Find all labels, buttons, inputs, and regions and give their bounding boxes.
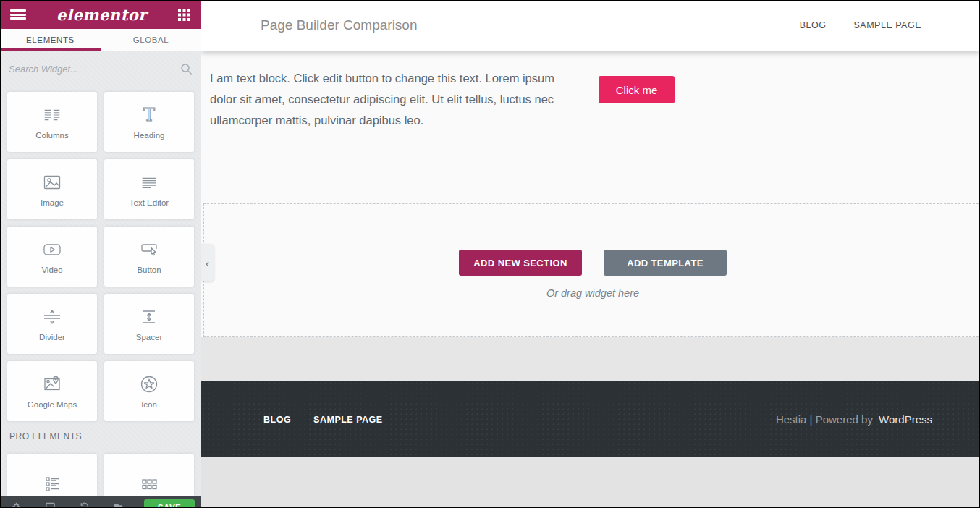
widget-label: Text Editor	[130, 198, 169, 207]
elementor-logo: elementor	[56, 6, 147, 24]
icon-star-icon	[138, 373, 160, 395]
page-background	[201, 457, 980, 508]
credit-wordpress-link[interactable]: WordPress	[879, 413, 932, 426]
pro-elements-label: PRO ELEMENTS	[9, 431, 82, 441]
click-me-button[interactable]: Click me	[599, 76, 675, 103]
drag-widget-hint: Or drag widget here	[204, 287, 980, 299]
widget-card-text-editor[interactable]: Text Editor	[104, 159, 194, 219]
panel-tabs: ELEMENTS GLOBAL	[0, 29, 201, 51]
widget-card-button[interactable]: Button	[104, 227, 194, 287]
google-maps-icon	[41, 373, 63, 395]
button-icon	[138, 239, 160, 261]
widget-card-image[interactable]: Image	[7, 159, 97, 219]
heading-icon: T	[138, 104, 160, 126]
widget-label: Button	[137, 266, 161, 274]
widget-card-icon[interactable]: Icon	[104, 361, 194, 421]
columns-icon	[42, 104, 62, 126]
footer-link-blog[interactable]: BLOG	[263, 415, 291, 425]
footer-link-sample-page[interactable]: SAMPLE PAGE	[313, 415, 383, 425]
chevron-left-icon: ‹	[206, 258, 209, 268]
site-nav: BLOG SAMPLE PAGE	[800, 20, 921, 30]
widget-label: Google Maps	[28, 400, 77, 409]
widget-label: Columns	[35, 131, 68, 140]
widget-label: Divider	[39, 333, 65, 342]
widget-card-heading[interactable]: T Heading	[104, 92, 194, 152]
portfolio-icon	[138, 473, 160, 495]
elementor-editor: elementor ELEMENTS GLOBAL	[0, 0, 980, 508]
folder-icon[interactable]	[112, 500, 124, 508]
section-gap	[201, 337, 980, 381]
tab-global-label: GLOBAL	[133, 35, 169, 44]
widget-label: Image	[41, 198, 64, 207]
widget-card-columns[interactable]: Columns	[7, 92, 97, 152]
widget-card-spacer[interactable]: Spacer	[104, 294, 194, 354]
footer-nav: BLOG SAMPLE PAGE	[263, 415, 383, 425]
widget-label: Video	[41, 266, 62, 274]
widget-label: Heading	[134, 131, 165, 140]
widget-card-divider[interactable]: Divider	[7, 294, 97, 354]
add-new-section-button[interactable]: ADD NEW SECTION	[459, 250, 582, 276]
widget-label: Icon	[141, 400, 157, 409]
panel-footer-toolbar: SAVE	[0, 496, 201, 508]
price-list-icon	[41, 473, 63, 495]
gear-icon[interactable]	[10, 500, 22, 508]
page-content: I am text block. Click edit button to ch…	[201, 51, 980, 337]
tab-elements[interactable]: ELEMENTS	[0, 29, 101, 51]
dropzone-buttons: ADD NEW SECTION ADD TEMPLATE	[204, 250, 980, 276]
widgets-grid: Columns T Heading Image	[0, 92, 201, 421]
add-template-button[interactable]: ADD TEMPLATE	[604, 250, 727, 276]
site-header: Page Builder Comparison BLOG SAMPLE PAGE	[201, 0, 980, 51]
tab-elements-label: ELEMENTS	[26, 35, 75, 44]
svg-text:T: T	[143, 105, 155, 125]
text-editor-icon	[139, 172, 159, 193]
site-footer: BLOG SAMPLE PAGE Hestia | Powered by Wor…	[201, 381, 980, 457]
text-block-widget[interactable]: I am text block. Click edit button to ch…	[210, 68, 565, 131]
tab-global[interactable]: GLOBAL	[101, 29, 201, 51]
divider-icon	[41, 306, 63, 328]
responsive-icon[interactable]	[44, 500, 56, 508]
history-icon[interactable]	[78, 500, 90, 508]
site-title: Page Builder Comparison	[261, 17, 418, 33]
apps-icon[interactable]	[176, 7, 193, 23]
widget-label: Spacer	[136, 333, 162, 342]
empty-section-dropzone[interactable]: ADD NEW SECTION ADD TEMPLATE Or drag wid…	[203, 203, 980, 337]
video-icon	[41, 239, 63, 261]
save-button[interactable]: SAVE	[144, 499, 195, 508]
credit-text: Hestia | Powered by	[776, 413, 873, 426]
nav-link-blog[interactable]: BLOG	[800, 20, 827, 30]
nav-link-sample-page[interactable]: SAMPLE PAGE	[854, 20, 922, 30]
widget-card-video[interactable]: Video	[7, 227, 97, 287]
preview-canvas: Page Builder Comparison BLOG SAMPLE PAGE…	[201, 0, 980, 508]
panel-collapse-handle[interactable]: ‹	[201, 244, 214, 281]
panel-header: elementor	[0, 0, 201, 29]
search-icon	[180, 63, 193, 75]
widget-search	[0, 51, 201, 88]
image-icon	[41, 172, 63, 193]
spacer-icon	[138, 306, 160, 328]
widget-card-google-maps[interactable]: Google Maps	[7, 361, 97, 421]
elementor-panel: elementor ELEMENTS GLOBAL	[0, 0, 201, 508]
footer-credit: Hestia | Powered by WordPress	[776, 413, 932, 426]
menu-icon[interactable]	[9, 7, 28, 23]
search-input[interactable]	[9, 64, 180, 75]
